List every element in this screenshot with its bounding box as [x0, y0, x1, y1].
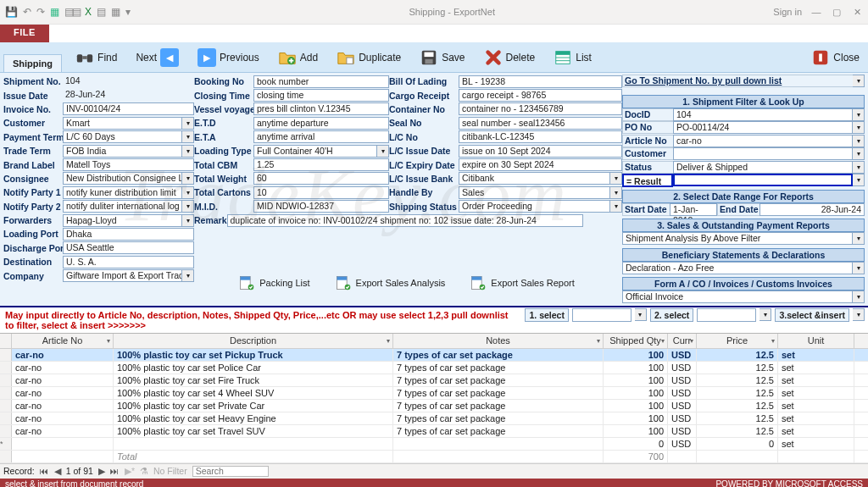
tab-shipping[interactable]: Shipping: [3, 54, 62, 72]
rcustomer-input[interactable]: [673, 147, 853, 160]
customer-dropdown-icon[interactable]: ▾: [182, 117, 194, 130]
qat-undo-icon[interactable]: ↶: [23, 6, 31, 18]
cell-description[interactable]: 100% plastic toy car set Heavy Engine: [114, 412, 393, 424]
forwarders-dropdown-icon[interactable]: ▾: [182, 214, 194, 227]
cell-curr[interactable]: USD: [668, 400, 697, 412]
save-button[interactable]: Save: [415, 47, 470, 69]
loading-type-input[interactable]: Full Container 40'H: [253, 145, 377, 158]
payment-term-dropdown-icon[interactable]: ▾: [182, 130, 194, 143]
cell-unit[interactable]: set: [778, 412, 854, 424]
row-selector[interactable]: [0, 425, 12, 437]
declaration-dropdown-icon[interactable]: ▾: [853, 262, 865, 274]
shipping-status-input[interactable]: Order Proceeding: [459, 200, 610, 213]
col-header-curr[interactable]: Curr▾: [668, 334, 697, 348]
row-selector[interactable]: *: [0, 438, 12, 450]
cell-article[interactable]: [12, 438, 114, 450]
shipment-analysis-select[interactable]: Shipment Analysis By Above Filter: [622, 232, 853, 245]
destination-input[interactable]: U. S. A.: [63, 256, 194, 268]
select2-dropdown-icon[interactable]: ▾: [760, 308, 771, 321]
cell-notes[interactable]: 7 types of car set package: [393, 349, 604, 361]
container-no-input[interactable]: container no - 123456789: [459, 102, 622, 115]
mid-input[interactable]: MID NDWIO-12837: [253, 200, 389, 213]
table-row[interactable]: car-no100% plastic toy car set Heavy Eng…: [0, 412, 868, 425]
seal-no-input[interactable]: seal number - seal123456: [459, 117, 622, 130]
total-weight-input[interactable]: 60: [253, 172, 389, 185]
cell-notes[interactable]: 7 types of car set package: [393, 425, 604, 437]
etd-input[interactable]: anytime departure: [253, 117, 389, 130]
cell-curr[interactable]: USD: [668, 425, 697, 437]
signin-link[interactable]: Sign in: [773, 7, 802, 17]
cell-shipped[interactable]: 100: [604, 412, 668, 424]
cell-shipped[interactable]: 100: [604, 425, 668, 437]
cell-article[interactable]: car-no: [12, 400, 114, 412]
table-row[interactable]: car-no100% plastic toy car set Pickup Tr…: [0, 349, 868, 362]
table-row[interactable]: car-no100% plastic toy car set 4 Wheel S…: [0, 387, 868, 400]
cell-price[interactable]: 12.5: [697, 362, 778, 374]
nav-last-icon[interactable]: ⏭: [110, 466, 120, 476]
col-header-notes[interactable]: Notes▾: [393, 334, 604, 348]
rcustomer-dropdown-icon[interactable]: ▾: [853, 147, 865, 160]
handle-by-input[interactable]: Sales: [459, 186, 610, 199]
previous-button[interactable]: ► Previous: [192, 47, 264, 69]
result-input[interactable]: [673, 174, 853, 186]
cell-notes[interactable]: 7 types of car set package: [393, 400, 604, 412]
cell-article[interactable]: car-no: [12, 387, 114, 399]
sort-icon[interactable]: ▾: [107, 337, 110, 345]
cell-description[interactable]: [114, 438, 393, 450]
next-button[interactable]: Next ◄: [131, 47, 184, 69]
sort-icon[interactable]: ▾: [771, 337, 775, 345]
pono-input[interactable]: PO-00114/24: [673, 121, 853, 134]
qat-misc4-icon[interactable]: ▦: [111, 6, 120, 18]
cell-curr[interactable]: USD: [668, 387, 697, 399]
shipment-analysis-dropdown-icon[interactable]: ▾: [853, 232, 865, 245]
qat-misc3-icon[interactable]: ▤: [97, 6, 106, 18]
pono-dropdown-icon[interactable]: ▾: [853, 121, 865, 134]
duplicate-button[interactable]: Duplicate: [331, 47, 406, 69]
consignee-input[interactable]: New Distribution Consignee Li: [63, 172, 182, 185]
cell-notes[interactable]: 7 types of car set package: [393, 387, 604, 399]
cell-article[interactable]: car-no: [12, 349, 114, 361]
docid-input[interactable]: 104: [673, 108, 853, 121]
delete-button[interactable]: Delete: [479, 47, 541, 69]
cell-article[interactable]: car-no: [12, 425, 114, 437]
cell-notes[interactable]: 7 types of car set package: [393, 412, 604, 424]
total-cartons-input[interactable]: 10: [253, 186, 389, 199]
trade-term-dropdown-icon[interactable]: ▾: [182, 145, 194, 158]
notify1-dropdown-icon[interactable]: ▾: [182, 186, 194, 199]
official-invoice-select[interactable]: Official Invoice: [622, 291, 853, 303]
sort-icon[interactable]: ▾: [661, 337, 665, 345]
row-selector[interactable]: [0, 400, 12, 412]
invoice-no-input[interactable]: INV-00104/24: [63, 102, 194, 115]
discharge-port-input[interactable]: USA Seattle: [63, 241, 194, 254]
notify2-dropdown-icon[interactable]: ▾: [182, 200, 194, 213]
notify2-input[interactable]: notify duliter international log: [63, 200, 182, 213]
cell-curr[interactable]: USD: [668, 412, 697, 424]
handle-by-dropdown-icon[interactable]: ▾: [610, 186, 622, 199]
filter-icon[interactable]: ⚗: [140, 466, 148, 476]
cargo-receipt-input[interactable]: cargo receipt - 98765: [459, 89, 622, 102]
select3-dropdown-icon[interactable]: ▾: [853, 308, 865, 321]
table-row[interactable]: car-no100% plastic toy car set Fire Truc…: [0, 374, 868, 387]
add-button[interactable]: Add: [273, 47, 323, 69]
articleno-dropdown-icon[interactable]: ▾: [853, 135, 865, 147]
cell-description[interactable]: 100% plastic toy car set Travel SUV: [114, 425, 393, 437]
official-invoice-dropdown-icon[interactable]: ▾: [853, 291, 865, 303]
cell-curr[interactable]: USD: [668, 349, 697, 361]
bill-lading-input[interactable]: BL - 19238: [459, 75, 622, 88]
qat-misc-icon[interactable]: ▦: [50, 6, 59, 18]
loading-port-input[interactable]: Dhaka: [63, 228, 194, 241]
list-button[interactable]: List: [548, 47, 597, 69]
row-selector[interactable]: [0, 362, 12, 374]
col-header-article[interactable]: Article No▾: [12, 334, 114, 348]
lc-bank-dropdown-icon[interactable]: ▾: [610, 172, 622, 185]
cell-price[interactable]: 12.5: [697, 387, 778, 399]
cell-price[interactable]: 12.5: [697, 349, 778, 361]
cell-unit[interactable]: set: [778, 425, 854, 437]
table-row[interactable]: *0USD0set: [0, 438, 868, 451]
cell-shipped[interactable]: 100: [604, 400, 668, 412]
cell-article[interactable]: car-no: [12, 412, 114, 424]
cell-shipped[interactable]: 100: [604, 374, 668, 386]
minimize-icon[interactable]: —: [810, 7, 822, 17]
row-selector[interactable]: [0, 349, 12, 361]
nav-new-icon[interactable]: ▶*: [125, 466, 135, 476]
